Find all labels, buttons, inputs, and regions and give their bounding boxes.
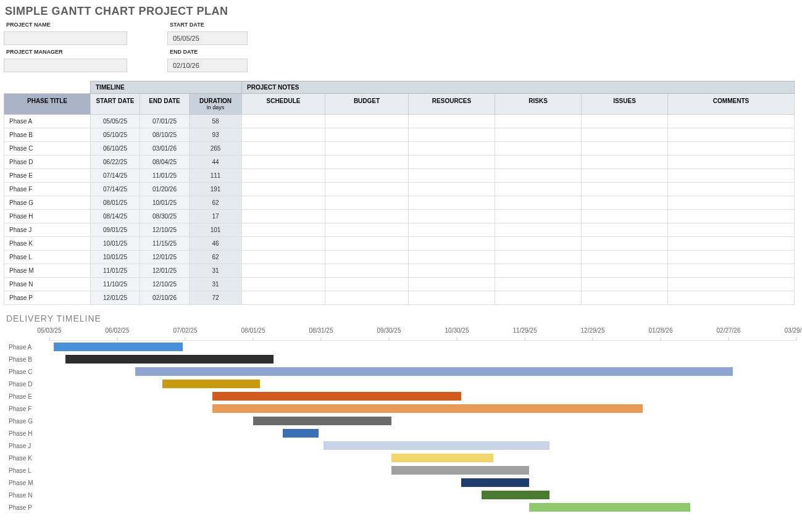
risks-cell[interactable] [495,223,582,237]
dur-cell[interactable]: 62 [190,251,242,264]
issues-cell[interactable] [582,169,668,183]
table-row[interactable]: Phase P12/01/2502/10/2672 [4,291,795,305]
start-cell[interactable]: 06/22/25 [91,156,140,169]
dur-cell[interactable]: 72 [190,291,242,305]
project-manager-input[interactable] [4,59,127,72]
risks-cell[interactable] [495,183,582,196]
budget-cell[interactable] [325,210,409,223]
phase-cell[interactable]: Phase H [4,210,91,223]
comments-cell[interactable] [668,251,795,264]
dur-cell[interactable]: 44 [190,156,242,169]
resources-cell[interactable] [409,210,495,223]
phase-cell[interactable]: Phase J [4,223,91,237]
comments-cell[interactable] [668,169,795,183]
risks-cell[interactable] [495,210,582,223]
risks-cell[interactable] [495,264,582,278]
comments-cell[interactable] [668,196,795,210]
risks-cell[interactable] [495,169,582,183]
table-row[interactable]: Phase C06/10/2503/01/26265 [4,142,795,156]
end-cell[interactable]: 08/30/25 [140,210,190,223]
resources-cell[interactable] [409,115,495,128]
phase-cell[interactable]: Phase B [4,128,91,142]
budget-cell[interactable] [325,278,409,291]
budget-cell[interactable] [325,223,409,237]
table-row[interactable]: Phase D06/22/2508/04/2544 [4,156,795,169]
comments-cell[interactable] [668,115,795,128]
schedule-cell[interactable] [242,183,325,196]
schedule-cell[interactable] [242,278,325,291]
risks-cell[interactable] [495,237,582,251]
dur-cell[interactable]: 265 [190,142,242,156]
end-cell[interactable]: 03/01/26 [140,142,190,156]
issues-cell[interactable] [582,251,668,264]
start-cell[interactable]: 05/10/25 [91,128,140,142]
dur-cell[interactable]: 31 [190,264,242,278]
schedule-cell[interactable] [242,237,325,251]
budget-cell[interactable] [325,251,409,264]
table-row[interactable]: Phase F07/14/2501/20/26191 [4,183,795,196]
comments-cell[interactable] [668,264,795,278]
dur-cell[interactable]: 46 [190,237,242,251]
start-cell[interactable]: 08/01/25 [91,196,140,210]
dur-cell[interactable]: 31 [190,278,242,291]
comments-cell[interactable] [668,156,795,169]
budget-cell[interactable] [325,128,409,142]
phase-cell[interactable]: Phase P [4,291,91,305]
comments-cell[interactable] [668,237,795,251]
budget-cell[interactable] [325,142,409,156]
budget-cell[interactable] [325,169,409,183]
table-row[interactable]: Phase A05/05/2507/01/2558 [4,115,795,128]
schedule-cell[interactable] [242,142,325,156]
issues-cell[interactable] [582,237,668,251]
phase-cell[interactable]: Phase N [4,278,91,291]
issues-cell[interactable] [582,156,668,169]
end-cell[interactable]: 08/10/25 [140,128,190,142]
end-cell[interactable]: 08/04/25 [140,156,190,169]
start-cell[interactable]: 05/05/25 [91,115,140,128]
schedule-cell[interactable] [242,264,325,278]
schedule-cell[interactable] [242,128,325,142]
risks-cell[interactable] [495,156,582,169]
dur-cell[interactable]: 62 [190,196,242,210]
budget-cell[interactable] [325,237,409,251]
comments-cell[interactable] [668,210,795,223]
end-cell[interactable]: 02/10/26 [140,291,190,305]
schedule-cell[interactable] [242,156,325,169]
risks-cell[interactable] [495,196,582,210]
issues-cell[interactable] [582,223,668,237]
table-row[interactable]: Phase L10/01/2512/01/2562 [4,251,795,264]
budget-cell[interactable] [325,156,409,169]
end-cell[interactable]: 11/01/25 [140,169,190,183]
start-cell[interactable]: 07/14/25 [91,183,140,196]
start-date-input[interactable] [167,31,248,45]
start-cell[interactable]: 06/10/25 [91,142,140,156]
start-cell[interactable]: 11/10/25 [91,278,140,291]
resources-cell[interactable] [409,251,495,264]
end-cell[interactable]: 12/01/25 [140,264,190,278]
dur-cell[interactable]: 58 [190,115,242,128]
schedule-cell[interactable] [242,251,325,264]
start-cell[interactable]: 08/14/25 [91,210,140,223]
end-cell[interactable]: 07/01/25 [140,115,190,128]
schedule-cell[interactable] [242,223,325,237]
resources-cell[interactable] [409,264,495,278]
schedule-cell[interactable] [242,210,325,223]
table-row[interactable]: Phase E07/14/2511/01/25111 [4,169,795,183]
end-cell[interactable]: 01/20/26 [140,183,190,196]
start-cell[interactable]: 12/01/25 [91,291,140,305]
issues-cell[interactable] [582,115,668,128]
risks-cell[interactable] [495,251,582,264]
schedule-cell[interactable] [242,196,325,210]
resources-cell[interactable] [409,128,495,142]
issues-cell[interactable] [582,291,668,305]
resources-cell[interactable] [409,156,495,169]
end-date-input[interactable] [167,59,248,72]
start-cell[interactable]: 09/01/25 [91,223,140,237]
resources-cell[interactable] [409,291,495,305]
issues-cell[interactable] [582,278,668,291]
resources-cell[interactable] [409,237,495,251]
issues-cell[interactable] [582,196,668,210]
phase-cell[interactable]: Phase G [4,196,91,210]
risks-cell[interactable] [495,142,582,156]
phase-cell[interactable]: Phase C [4,142,91,156]
